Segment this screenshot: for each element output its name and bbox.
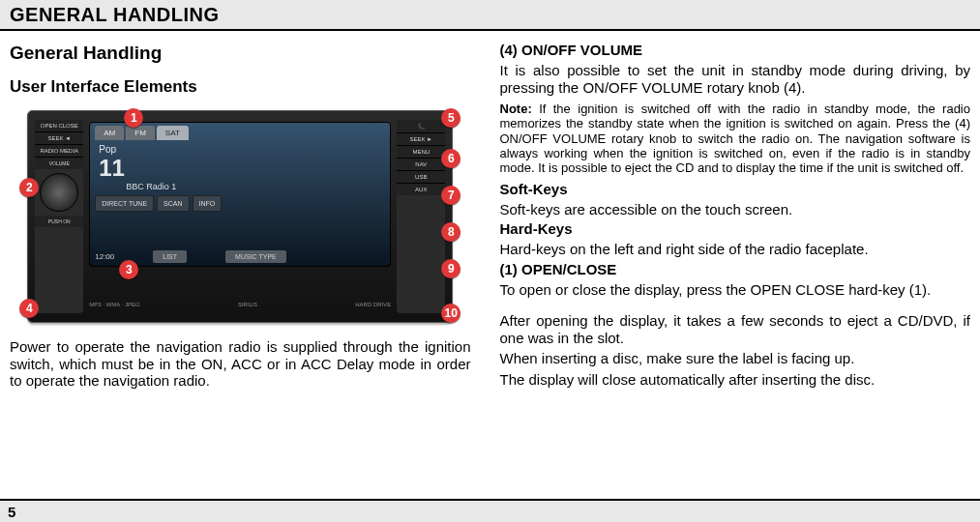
subheading: User Interface Elements (10, 77, 471, 97)
genre-label: Pop (99, 144, 385, 155)
softkey-info[interactable]: INFO (193, 195, 223, 212)
note-body: If the ignition is switched off with the… (500, 102, 971, 174)
left-column: General Handling User Interface Elements… (0, 31, 490, 499)
callout-10: 10 (441, 304, 460, 323)
radio-faceplate: OPEN CLOSE SEEK ◄ RADIO MEDIA VOLUME PUS… (27, 110, 453, 323)
callout-3: 3 (119, 260, 138, 279)
section-4-title: (4) ON/OFF VOLUME (500, 42, 971, 58)
note-label: Note: (500, 102, 532, 116)
hardkey-open-close[interactable]: OPEN CLOSE (35, 120, 83, 132)
page-title: General Handling (10, 43, 471, 64)
faceplate-bottom-labels: MP3 · WMA · JPEG SIRIUS HARD DRIVE (89, 302, 391, 307)
callout-4: 4 (19, 299, 39, 318)
clock-time: 12:00 (95, 252, 114, 261)
hardkey-radio-media[interactable]: RADIO MEDIA (35, 145, 83, 158)
content-area: General Handling User Interface Elements… (0, 31, 980, 499)
section-4-p1: It is also possible to set the unit in s… (500, 62, 971, 96)
hardkey-volume-label: VOLUME (35, 158, 83, 169)
section-1-p2: After opening the display, it takes a fe… (500, 312, 971, 346)
hardkey-menu[interactable]: MENU (397, 146, 445, 159)
section-1-p4: The display will close automatically aft… (500, 371, 971, 389)
left-hardkeys-strip: OPEN CLOSE SEEK ◄ RADIO MEDIA VOLUME PUS… (35, 120, 83, 313)
station-name: BBC Radio 1 (99, 182, 385, 191)
callout-9: 9 (441, 259, 460, 278)
hardkeys-p: Hard-keys on the left and right side of … (500, 241, 971, 258)
page-number: 5 (8, 504, 15, 520)
now-playing: Pop 11 BBC Radio 1 (95, 140, 385, 191)
hardkey-nav[interactable]: NAV (397, 159, 445, 171)
softkey-scan[interactable]: SCAN (157, 195, 189, 212)
section-title: GENERAL HANDLING (10, 4, 970, 26)
device-figure: OPEN CLOSE SEEK ◄ RADIO MEDIA VOLUME PUS… (13, 110, 467, 323)
softkeys-p: Soft-keys are accessible on the touch sc… (500, 201, 971, 218)
callout-7: 7 (441, 186, 460, 205)
band-tabs: AM FM SAT (95, 126, 385, 140)
tab-fm[interactable]: FM (126, 126, 155, 140)
softkeys-heading: Soft-Keys (500, 181, 971, 197)
codec-label: MP3 · WMA · JPEG (89, 302, 139, 307)
hardkey-seek-back[interactable]: SEEK ◄ (35, 132, 83, 145)
section-header: GENERAL HANDLING (0, 0, 980, 31)
section-1-p1: To open or close the display, press the … (500, 281, 971, 299)
bottom-bar: 12:00 LIST MUSIC TYPE (95, 250, 385, 263)
push-on-label: PUSH ON (35, 216, 83, 227)
softkey-music-type[interactable]: MUSIC TYPE (225, 250, 286, 263)
callout-6: 6 (441, 149, 460, 168)
tab-sat[interactable]: SAT (157, 126, 189, 140)
touch-screen[interactable]: AM FM SAT Pop 11 BBC Radio 1 DIRECT TUNE (89, 122, 391, 267)
softkey-direct-tune[interactable]: DIRECT TUNE (95, 195, 154, 212)
tab-am[interactable]: AM (95, 126, 124, 140)
hardkey-phone[interactable]: 📞 (397, 120, 445, 133)
right-column: (4) ON/OFF VOLUME It is also possible to… (490, 31, 981, 499)
hard-drive-label: HARD DRIVE (355, 302, 391, 307)
hardkeys-heading: Hard-Keys (500, 220, 971, 237)
section-1-title: (1) OPEN/CLOSE (500, 261, 971, 277)
right-hardkeys-strip: 📞 SEEK ► MENU NAV USB AUX (397, 120, 445, 313)
softkey-row: DIRECT TUNE SCAN INFO (95, 195, 385, 212)
section-1-p3: When inserting a disc, make sure the lab… (500, 350, 971, 367)
softkey-list[interactable]: LIST (153, 250, 187, 263)
volume-knob[interactable] (40, 173, 78, 212)
hardkey-seek-fwd[interactable]: SEEK ► (397, 133, 445, 146)
preset-number: 11 (99, 155, 125, 181)
callout-5: 5 (441, 108, 460, 128)
left-paragraph: Power to operate the navigation radio is… (10, 338, 471, 390)
page-footer: 5 (0, 499, 980, 522)
callout-8: 8 (441, 222, 460, 242)
brand-label: SIRIUS (238, 302, 257, 307)
note-paragraph: Note: If the ignition is switched off wi… (500, 102, 971, 174)
hardkey-aux[interactable]: AUX (397, 184, 445, 195)
hardkey-usb[interactable]: USB (397, 171, 445, 184)
